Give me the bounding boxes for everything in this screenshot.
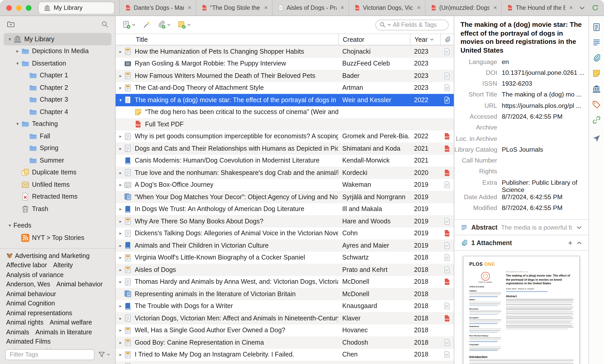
search-input[interactable] [393, 22, 444, 28]
minimize-window-button[interactable] [16, 5, 22, 11]
tag-animated-films[interactable]: Animated Films [6, 338, 51, 345]
sidebar-item-dissertation[interactable]: ▾Dissertation [4, 57, 112, 69]
new-note-button[interactable] [176, 20, 193, 30]
tag-animals-in-literature[interactable]: Animals in literature [35, 328, 92, 336]
item-row[interactable]: ▸Aisles of DogsPrato and Kehrt2018 [116, 264, 454, 276]
sidebar-item-unfiled-items[interactable]: Unfiled Items [4, 179, 112, 191]
tag-animal-rights[interactable]: Animal rights [6, 319, 44, 326]
document-tab-victorian-dogs-vict[interactable]: PDFVictorian Dogs, Vict✕ [348, 0, 425, 15]
add-attachment-button[interactable] [156, 20, 172, 30]
sidebar-item-retracted-items[interactable]: Retracted Items [4, 191, 112, 203]
new-item-button[interactable] [121, 20, 137, 30]
item-row[interactable]: ▸How the Humanization of Pets Is Changin… [116, 45, 454, 58]
item-row[interactable]: Ryan Gosling & Margot Robbie: The Puppy … [116, 58, 454, 70]
field-value[interactable]: The making of a (dog) mo ... [502, 91, 584, 98]
item-row[interactable]: ▸Why Are There So Many Books About Dogs?… [116, 215, 454, 227]
document-tab-dante-s-dogs-mani[interactable]: PDFDante’s Dogs - Mani✕ [119, 0, 196, 15]
item-row[interactable]: ▸Dogs and Cats and Their Relationships w… [116, 142, 454, 155]
disclosure-chevron-icon[interactable]: ▾ [14, 61, 21, 66]
document-tab-the-hound-of-the-b[interactable]: PDFThe Hound of the B✕ [501, 0, 574, 15]
field-value[interactable]: Publisher: Public Library of Science [502, 179, 584, 193]
disclosure-chevron-icon[interactable]: ▾ [14, 122, 21, 127]
expand-chevron-icon[interactable]: ▸ [116, 316, 123, 321]
expand-chevron-icon[interactable]: ▸ [116, 73, 123, 78]
item-row[interactable]: ▸How Famous Writers Mourned the Death of… [116, 70, 454, 82]
field-value[interactable]: en [502, 58, 584, 65]
expand-chevron-icon[interactable]: ▸ [116, 182, 123, 188]
close-icon[interactable]: ✕ [416, 5, 422, 11]
locate-icon[interactable] [592, 134, 601, 143]
expand-chevron-icon[interactable]: ▸ [116, 219, 123, 224]
item-row[interactable]: ▸Dickens's Talking Dogs: Allegories of A… [116, 227, 454, 239]
sidebar-item-spring[interactable]: Spring [4, 142, 112, 154]
item-row[interactable]: Canis Modernis: Human/Dog Coevolution in… [116, 155, 454, 167]
field-value[interactable]: 8/7/2024, 6:42:55 PM [502, 113, 584, 120]
field-value[interactable]: PLoS Journals [502, 146, 584, 153]
field-value[interactable]: https://journals.plos.org/pl ... [502, 102, 584, 109]
close-icon[interactable]: ✕ [339, 5, 345, 11]
info-icon[interactable] [592, 23, 601, 31]
sidebar-item-depictions-in-media[interactable]: ▸Depictions In Media [4, 45, 112, 57]
field-value[interactable]: 10.1371/journal.pone.0261 ... [502, 69, 584, 76]
sidebar-item-duplicate-items[interactable]: Duplicate Items [4, 166, 112, 179]
attachment-row[interactable]: “The dog hero has been critical to the s… [116, 106, 454, 118]
sync-icon[interactable] [592, 4, 599, 11]
notes-icon[interactable] [592, 69, 601, 78]
document-tab-aisles-of-dogs-pra[interactable]: Aisles of Dogs - Pra✕ [272, 0, 348, 15]
tag-advertising-and-marketing[interactable]: Advertising and Marketing [6, 252, 90, 259]
item-row[interactable]: ▸I Tried to Make My Dog an Instagram Cel… [116, 349, 454, 361]
tags-icon[interactable] [592, 100, 601, 109]
sidebar-item-nyt-top-stories[interactable]: NYT > Top Stories [4, 232, 112, 244]
close-icon[interactable]: ✕ [187, 5, 193, 11]
disclosure-chevron-icon[interactable]: ▾ [6, 37, 13, 42]
item-row[interactable]: ▸Victorian Dogs, Victorian Men: Affect a… [116, 312, 454, 324]
field-value[interactable]: 8/7/2024, 6:42:55 PM [502, 193, 584, 201]
expand-chevron-icon[interactable]: ▸ [116, 85, 123, 91]
item-row[interactable]: ▸Animals and Their Children in Victorian… [116, 239, 454, 252]
sidebar-item-summer[interactable]: Summer [4, 154, 112, 166]
sidebar-item-fall[interactable]: Fall [4, 130, 112, 142]
new-collection-icon[interactable] [7, 20, 15, 28]
sidebar-item-trash[interactable]: Trash [4, 203, 112, 215]
expand-chevron-icon[interactable]: ▸ [116, 328, 123, 333]
tag-filter-options[interactable] [98, 351, 110, 358]
expand-chevron-icon[interactable]: ▸ [116, 340, 123, 345]
attachments-icon[interactable] [592, 54, 601, 62]
column-header-year[interactable]: Year [410, 34, 440, 45]
expand-chevron-icon[interactable]: ▾ [116, 98, 123, 103]
item-row[interactable]: ▸In Dogs We Trust: An Anthology of Ameri… [116, 203, 454, 215]
tag-animal-representations[interactable]: Animal representations [6, 309, 72, 317]
zoom-window-button[interactable] [26, 5, 31, 11]
item-row[interactable]: ▸True love and the nonhuman: Shakespeare… [116, 167, 454, 179]
collection-search-icon[interactable] [101, 21, 108, 28]
sidebar-item-my-library[interactable]: ▾My Library [4, 33, 112, 45]
abstract-section-header[interactable]: Abstract The media is a powerful forc... [454, 220, 589, 235]
item-row[interactable]: ▸Good Boy: Canine Representation in Cine… [116, 336, 454, 349]
libraries-icon[interactable] [592, 85, 601, 93]
sidebar-item-chapter-1[interactable]: Chapter 1 [4, 69, 112, 82]
expand-chevron-icon[interactable]: ▸ [116, 352, 123, 357]
item-row[interactable]: ▸Why is pet goods consumption impercepti… [116, 130, 454, 142]
close-icon[interactable]: ✕ [568, 5, 574, 11]
expand-chevron-icon[interactable]: ▸ [116, 304, 123, 309]
expand-chevron-icon[interactable]: ▸ [116, 255, 123, 260]
item-row[interactable]: ▸Thomas Hardy and Animals by Anna West, … [116, 276, 454, 288]
tab-overflow-chevron-icon[interactable] [579, 4, 585, 11]
search-box[interactable] [375, 19, 449, 30]
close-icon[interactable]: ✕ [492, 5, 498, 11]
abstract-icon[interactable] [592, 38, 601, 47]
add-by-identifier-button[interactable] [141, 20, 152, 30]
expand-chevron-icon[interactable]: ▸ [116, 49, 123, 54]
add-attachment-plus[interactable]: + [568, 239, 573, 247]
tag-animal-behaviour[interactable]: Animal behaviour [6, 290, 56, 297]
item-row-partial[interactable]: ▸ [116, 361, 454, 364]
expand-chevron-icon[interactable]: ▸ [116, 134, 123, 139]
field-value[interactable]: 1932-6203 [502, 80, 584, 87]
sidebar-item-chapter-3[interactable]: Chapter 3 [4, 94, 112, 106]
item-row[interactable]: ▾The making of a (dog) movie star: The e… [116, 94, 454, 106]
column-header-creator[interactable]: Creator [338, 34, 410, 45]
document-tab-the-dog-stole-the[interactable]: PDF“The Dog Stole the ✕ [196, 0, 272, 15]
item-row[interactable]: ▸Virginia Woolf's Little-Known Biography… [116, 252, 454, 264]
close-window-button[interactable] [6, 5, 12, 11]
disclosure-chevron-icon[interactable]: ▾ [6, 223, 13, 228]
